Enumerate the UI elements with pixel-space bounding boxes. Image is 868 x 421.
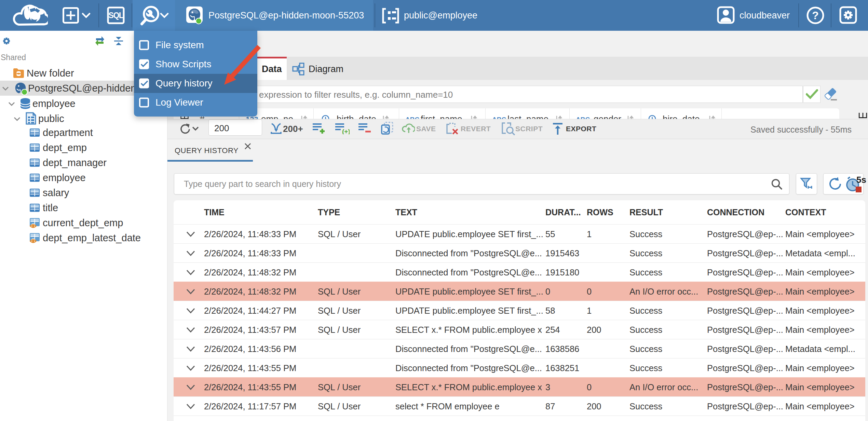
svg-text:(+): (+) xyxy=(342,128,350,134)
svg-text:SQL: SQL xyxy=(109,11,124,20)
svg-text:5s: 5s xyxy=(856,175,866,185)
svg-text:?: ? xyxy=(812,9,819,22)
